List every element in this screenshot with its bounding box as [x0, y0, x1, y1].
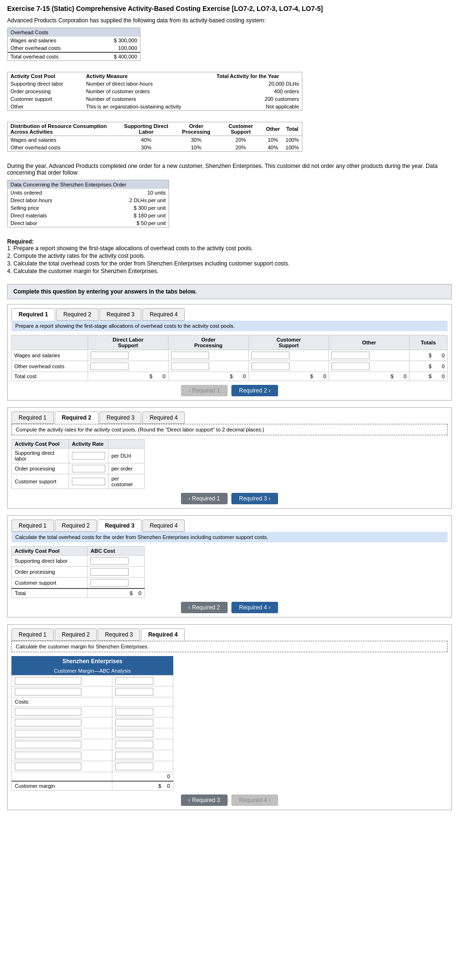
- next-button-req3[interactable]: Required 4 ›: [231, 602, 278, 613]
- cs-rate-cell[interactable]: [69, 474, 109, 489]
- measure-other: This is an organization-sustaining activ…: [83, 103, 214, 110]
- wages-cs-cell[interactable]: [249, 350, 329, 361]
- list-item: 4. Calculate the customer margin for She…: [7, 268, 452, 274]
- tab-required3-r4[interactable]: Required 3: [98, 628, 140, 641]
- cm-row1-input[interactable]: [15, 677, 81, 685]
- wages-cs-input[interactable]: [251, 352, 289, 359]
- tab-required1-r2[interactable]: Required 1: [11, 412, 54, 424]
- tab-required4-r1[interactable]: Required 4: [142, 308, 185, 321]
- cs-abc-cell[interactable]: [88, 578, 145, 589]
- other-other-cell[interactable]: [329, 361, 409, 372]
- tab-required4[interactable]: Required 4: [141, 628, 185, 641]
- wages-op-input[interactable]: [171, 352, 209, 359]
- cm-row8-label[interactable]: [12, 761, 112, 772]
- cm-row4-val-input[interactable]: [115, 719, 153, 726]
- cm-row2-input[interactable]: [15, 688, 81, 696]
- other-dl-input[interactable]: [90, 363, 129, 370]
- prev-button-req1[interactable]: ‹ Required 1: [181, 385, 228, 396]
- col-pool-r2: Activity Cost Pool: [12, 440, 69, 449]
- tab-required4-r3[interactable]: Required 4: [142, 519, 185, 532]
- cm-row2-val-input[interactable]: [115, 688, 153, 696]
- cm-row4-label[interactable]: [12, 717, 112, 728]
- cm-row8-input[interactable]: [15, 763, 81, 770]
- other-op-cell[interactable]: [168, 361, 249, 372]
- cm-row6-label[interactable]: [12, 739, 112, 750]
- op-rate-input[interactable]: [72, 465, 105, 472]
- tab-required4-r2[interactable]: Required 4: [142, 412, 185, 424]
- cs-rate-input[interactable]: [72, 478, 105, 485]
- cm-row5-val-input[interactable]: [115, 730, 153, 737]
- tab-required2-r1[interactable]: Required 2: [56, 308, 99, 321]
- tab-required2-r3[interactable]: Required 2: [55, 519, 97, 532]
- sdl-abc-label: Supporting direct labor: [12, 556, 88, 567]
- cm-row3-value[interactable]: [112, 706, 173, 717]
- cm-row7-value[interactable]: [112, 750, 173, 761]
- tab-required1-r3[interactable]: Required 1: [11, 519, 54, 532]
- col-activity: Total Activity for the Year: [214, 72, 302, 80]
- sdl-rate-input[interactable]: [72, 452, 105, 460]
- activity-other: Not applicable: [214, 103, 302, 110]
- wages-other-cell[interactable]: [329, 350, 409, 361]
- table-row: [12, 739, 173, 750]
- required-section: Required: 1. Prepare a report showing th…: [7, 238, 452, 274]
- sdl-abc-input[interactable]: [90, 557, 129, 565]
- wages-op-cell[interactable]: [168, 350, 249, 361]
- cm-row4-input[interactable]: [15, 719, 81, 726]
- wages-dl-cell[interactable]: [88, 350, 169, 361]
- cm-row1-value[interactable]: [112, 676, 173, 686]
- tab-required2[interactable]: Required 2: [55, 412, 99, 424]
- table-row: Direct labor $ 50 per unit: [8, 219, 169, 227]
- other-other-input[interactable]: [331, 363, 369, 370]
- next-button-req1[interactable]: Required 2 ›: [231, 385, 278, 396]
- cm-row1-label[interactable]: [12, 676, 112, 686]
- sdl-abc-cell[interactable]: [88, 556, 145, 567]
- cm-row6-val-input[interactable]: [115, 741, 153, 748]
- cm-row7-val-input[interactable]: [115, 752, 153, 759]
- table-row: Other This is an organization-sustaining…: [8, 103, 302, 110]
- op-abc-input[interactable]: [90, 568, 129, 576]
- cs-abc-input[interactable]: [90, 579, 129, 587]
- other-op-input[interactable]: [171, 363, 209, 370]
- required3-panel: Required 1 Required 2 Required 3 Require…: [7, 515, 452, 617]
- next-button-req4[interactable]: Required 4 ›: [231, 794, 278, 806]
- cm-row6-input[interactable]: [15, 741, 81, 748]
- cm-row3-label[interactable]: [12, 706, 112, 717]
- tab-required3-r2[interactable]: Required 3: [100, 412, 142, 424]
- cm-row7-input[interactable]: [15, 752, 81, 759]
- cm-row5-value[interactable]: [112, 728, 173, 739]
- cm-row5-label[interactable]: [12, 728, 112, 739]
- op-abc-cell[interactable]: [88, 567, 145, 578]
- cm-row3-input[interactable]: [15, 708, 81, 715]
- other-dl-cell[interactable]: [88, 361, 169, 372]
- cm-row7-label[interactable]: [12, 750, 112, 761]
- cm-header2: Customer Margin—ABC Analysis: [11, 666, 173, 675]
- cm-row8-value[interactable]: [112, 761, 173, 772]
- cm-row6-value[interactable]: [112, 739, 173, 750]
- tab-required2-r4[interactable]: Required 2: [55, 628, 97, 641]
- wages-dl-input[interactable]: [90, 352, 129, 359]
- cm-row2-value[interactable]: [112, 686, 173, 697]
- other-cs-cell[interactable]: [249, 361, 329, 372]
- abc-table: Activity Cost Pool ABC Cost Supporting d…: [11, 546, 145, 598]
- prev-button-req3[interactable]: ‹ Required 2: [181, 602, 228, 613]
- table-row: Costs:: [12, 697, 173, 706]
- tab-required1-r4[interactable]: Required 1: [11, 628, 54, 641]
- total-overhead-label: Total overhead costs: [8, 52, 95, 60]
- table-row: Supporting direct labor per DLH: [12, 449, 145, 463]
- cm-row2-label[interactable]: [12, 686, 112, 697]
- other-cs-input[interactable]: [251, 363, 289, 370]
- tab-required3[interactable]: Required 3: [98, 519, 141, 532]
- prev-button-req2[interactable]: ‹ Required 1: [181, 493, 228, 504]
- cm-row8-val-input[interactable]: [115, 763, 153, 770]
- op-rate-cell[interactable]: [69, 463, 109, 474]
- cm-row4-value[interactable]: [112, 717, 173, 728]
- tab-required3-r1[interactable]: Required 3: [100, 308, 142, 321]
- tab-required1[interactable]: Required 1: [11, 308, 55, 321]
- next-button-req2[interactable]: Required 3 ›: [231, 493, 278, 504]
- cm-row5-input[interactable]: [15, 730, 81, 737]
- wages-other-input[interactable]: [331, 352, 369, 359]
- prev-button-req4[interactable]: ‹ Required 3: [181, 794, 228, 806]
- sdl-rate-cell[interactable]: [69, 449, 109, 463]
- cm-row3-val-input[interactable]: [115, 708, 153, 715]
- cm-row1-val-input[interactable]: [115, 677, 153, 685]
